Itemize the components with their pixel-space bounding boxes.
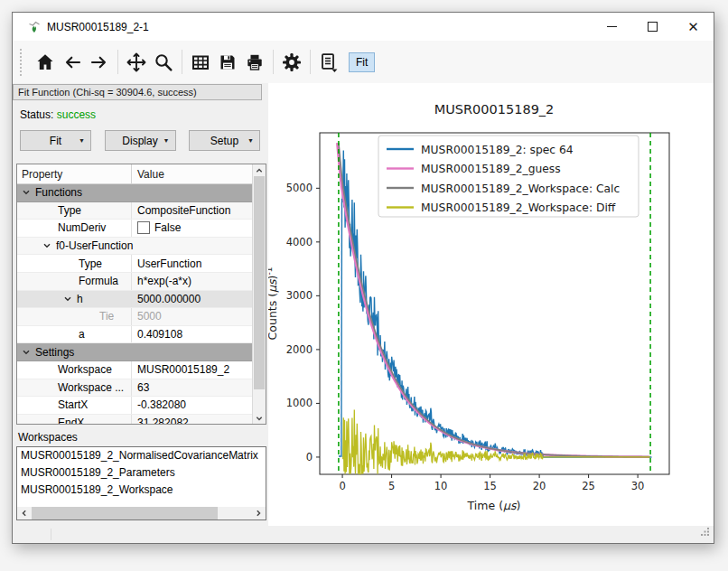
- property-table-scrollbar[interactable]: [252, 164, 266, 424]
- workspaces-hscrollbar[interactable]: [17, 507, 266, 520]
- property-value[interactable]: MUSR00015189_2: [137, 363, 229, 376]
- scroll-right-arrow[interactable]: [251, 507, 266, 520]
- settings-button[interactable]: [278, 47, 305, 78]
- pan-button[interactable]: [123, 47, 150, 78]
- resize-grip[interactable]: [701, 523, 710, 539]
- mantid-app-icon: [27, 20, 42, 34]
- property-value[interactable]: 31.282082: [137, 417, 189, 424]
- desktop: MUSR00015189_2-1 ✕: [0, 0, 728, 571]
- property-name: EndX: [58, 417, 84, 424]
- chevron-expand-icon[interactable]: [23, 350, 30, 355]
- zoom-button[interactable]: [150, 47, 177, 78]
- property-value[interactable]: False: [154, 221, 181, 234]
- property-row-settings[interactable]: Settings: [17, 343, 252, 361]
- property-row-tie[interactable]: Tie5000: [17, 308, 252, 326]
- back-button[interactable]: [59, 47, 86, 78]
- chevron-expand-icon[interactable]: [64, 296, 71, 302]
- chevron-expand-icon[interactable]: [43, 243, 51, 248]
- property-name: NumDeriv: [58, 221, 106, 234]
- fit-toggle-button[interactable]: Fit: [349, 52, 375, 72]
- property-name: Workspace ...: [58, 381, 124, 394]
- forward-button[interactable]: [86, 47, 113, 78]
- legend-label: MUSR00015189_2_Workspace: Diff: [421, 201, 616, 214]
- plot-legend: MUSR00015189_2: spec 64MUSR00015189_2_gu…: [378, 136, 639, 217]
- scroll-up-arrow[interactable]: [253, 164, 266, 176]
- statusbar-divider: [51, 529, 51, 540]
- close-button[interactable]: ✕: [673, 13, 714, 41]
- fit-plot-canvas[interactable]: MUSR00015189_205101520253001000200030004…: [268, 83, 714, 526]
- toolbar-drag-handle[interactable]: [20, 49, 24, 76]
- property-row-type[interactable]: TypeUserFunction: [17, 255, 252, 273]
- chevron-down-icon: ▼: [247, 137, 254, 144]
- property-row-functions[interactable]: Functions: [17, 184, 252, 202]
- workspace-list-item[interactable]: MUSR00015189_2_Workspace: [17, 482, 266, 499]
- property-value[interactable]: -0.382080: [137, 398, 186, 411]
- toolbar-separator: [182, 50, 182, 74]
- display-menu-button[interactable]: Display ▼: [105, 130, 176, 151]
- legend-label: MUSR00015189_2: spec 64: [421, 144, 574, 156]
- x-tick-label: 10: [434, 480, 448, 492]
- script-dropdown-icon: [318, 51, 340, 73]
- arrow-right-icon: [89, 51, 110, 73]
- setup-menu-button[interactable]: Setup ▼: [189, 130, 260, 151]
- fit-window: MUSR00015189_2-1 ✕: [12, 12, 714, 544]
- workspace-list-item[interactable]: MUSR00015189_2_NormalisedCovarianceMatri…: [17, 447, 266, 464]
- workspace-list-item[interactable]: MUSR00015189_2_Parameters: [17, 464, 266, 482]
- property-row-workspace-[interactable]: Workspace ...63: [17, 379, 252, 398]
- checkbox[interactable]: [137, 221, 150, 234]
- workspaces-list: MUSR00015189_2_NormalisedCovarianceMatri…: [16, 446, 266, 520]
- y-tick-label: 4000: [286, 236, 313, 248]
- property-row-numderiv[interactable]: NumDerivFalse: [17, 220, 252, 238]
- scrollbar-thumb[interactable]: [32, 507, 218, 520]
- fit-function-header[interactable]: Fit Function (Chi-sq = 30904.6, success): [13, 84, 262, 100]
- property-row-endx[interactable]: EndX31.282082: [17, 415, 252, 424]
- property-name: Formula: [79, 275, 118, 287]
- minimize-button[interactable]: [592, 13, 632, 41]
- group-label: Settings: [35, 346, 74, 359]
- toolbar-separator: [273, 50, 274, 74]
- toolbar-separator: [117, 50, 118, 74]
- y-tick-label: 2000: [286, 343, 313, 356]
- x-tick-label: 5: [388, 480, 395, 492]
- grid-icon: [190, 51, 211, 73]
- property-value[interactable]: 63: [137, 381, 149, 394]
- status-bar: [13, 526, 714, 543]
- column-header-property[interactable]: Property: [17, 164, 132, 183]
- property-row-a[interactable]: a0.409108: [17, 326, 252, 344]
- property-row-type[interactable]: TypeCompositeFunction: [17, 202, 252, 220]
- display-menu-label: Display: [122, 135, 157, 147]
- property-row-startx[interactable]: StartX-0.382080: [17, 397, 252, 415]
- chevron-expand-icon[interactable]: [23, 190, 30, 195]
- property-name: Type: [58, 204, 81, 217]
- fit-menu-button[interactable]: Fit ▼: [20, 130, 91, 151]
- home-button[interactable]: [32, 47, 59, 78]
- property-value[interactable]: CompositeFunction: [137, 204, 230, 217]
- property-value[interactable]: UserFunction: [137, 257, 201, 270]
- property-row-f0-userfunction[interactable]: f0-UserFunction: [17, 238, 252, 256]
- property-value[interactable]: 0.409108: [137, 328, 182, 341]
- scroll-left-arrow[interactable]: [17, 507, 32, 520]
- status-value: success: [57, 108, 96, 121]
- grid-button[interactable]: [187, 47, 214, 78]
- scrollbar-thumb[interactable]: [254, 176, 265, 389]
- property-name: StartX: [58, 398, 88, 411]
- x-tick-label: 25: [582, 480, 595, 492]
- fit-status: Status: success: [20, 108, 268, 121]
- series-diff-line: [343, 410, 650, 474]
- save-button[interactable]: [214, 47, 241, 78]
- script-button[interactable]: [315, 47, 342, 78]
- close-icon: ✕: [687, 20, 699, 33]
- gear-icon: [281, 51, 303, 73]
- fit-browser-panel: Fit Function (Chi-sq = 30904.6, success)…: [13, 83, 268, 526]
- property-value[interactable]: 5000: [137, 310, 162, 323]
- column-header-value[interactable]: Value: [132, 164, 252, 183]
- scroll-down-arrow[interactable]: [253, 412, 266, 424]
- property-row-workspace[interactable]: WorkspaceMUSR00015189_2: [17, 361, 252, 379]
- property-row-formula[interactable]: Formulah*exp(-a*x): [17, 273, 252, 291]
- property-value[interactable]: h*exp(-a*x): [137, 275, 191, 287]
- maximize-button[interactable]: [632, 13, 673, 41]
- property-row-h[interactable]: h5000.000000: [17, 291, 252, 309]
- property-value[interactable]: 5000.000000: [137, 293, 201, 305]
- print-button[interactable]: [241, 47, 268, 78]
- property-table: Property Value FunctionsTypeCompositeFun…: [16, 164, 266, 425]
